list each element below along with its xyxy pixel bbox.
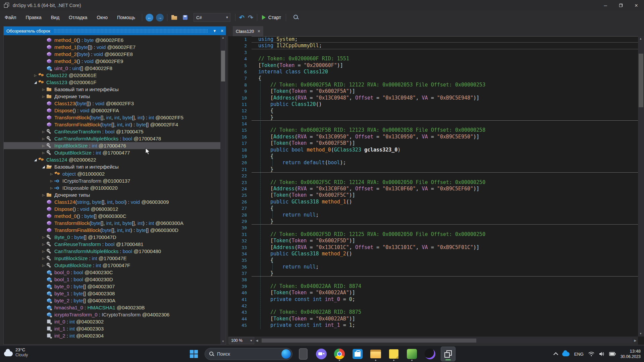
tree-item[interactable]: int_1 : int @04002303 bbox=[4, 325, 220, 332]
tree-item[interactable]: int_2 : int @04002304 bbox=[4, 332, 220, 339]
code-line[interactable]: 20return default(bool); bbox=[228, 160, 638, 166]
search-icon[interactable] bbox=[293, 14, 300, 21]
expander-collapsed-icon[interactable]: ▷ bbox=[33, 74, 38, 77]
tree-item[interactable]: byte_1 : byte[] @04002308 bbox=[4, 290, 220, 297]
tree-item[interactable]: uint_0 : uint[] @040022F8 bbox=[4, 65, 220, 72]
code-line[interactable]: 21} bbox=[228, 166, 638, 173]
code-line[interactable]: 26public GClass318 method_1() bbox=[228, 199, 638, 205]
widgets-taskbar-icon[interactable] bbox=[296, 347, 311, 361]
scroll-up-icon[interactable]: ▲ bbox=[638, 36, 643, 42]
menu-debug[interactable]: Отладка bbox=[64, 11, 92, 24]
open-file-icon[interactable] bbox=[171, 14, 178, 20]
tree-item[interactable]: Dispose() : void @06003012 bbox=[4, 205, 220, 213]
code-line[interactable]: 24[Address(RVA = "0x13C0F60", Offset = "… bbox=[228, 186, 638, 192]
darkcircle-taskbar-icon[interactable] bbox=[423, 347, 437, 361]
code-line[interactable]: 35{ bbox=[228, 257, 638, 263]
zoom-combobox[interactable]: 100 % ▼ bbox=[229, 337, 254, 344]
tree-item[interactable]: ▷CanTransformMultipleBlocks : bool @1700… bbox=[4, 135, 220, 142]
tree-item[interactable]: ▷OutputBlockSize : int @1700047F bbox=[4, 262, 220, 269]
code-line[interactable]: 34public GClass318 method_2() bbox=[228, 251, 638, 257]
dnspy-taskbar-icon[interactable] bbox=[441, 347, 455, 361]
tab-close-icon[interactable]: ✕ bbox=[257, 29, 260, 34]
expander-collapsed-icon[interactable]: ▷ bbox=[41, 95, 46, 98]
expander-collapsed-icon[interactable]: ▷ bbox=[41, 130, 46, 133]
taskbar-weather-widget[interactable]: 23°C Cloudy bbox=[4, 347, 28, 358]
assembly-explorer-header[interactable]: Обозреватель сборок ▼ ✕ bbox=[4, 26, 226, 35]
code-line[interactable]: 42 bbox=[228, 303, 638, 309]
tree-item[interactable]: ◢Class124 @02000622 bbox=[4, 156, 220, 163]
tree-item[interactable]: ▷IDisposable @01000020 bbox=[4, 184, 220, 191]
restore-button[interactable] bbox=[613, 0, 629, 11]
menu-view[interactable]: Вид bbox=[46, 11, 64, 24]
volume-icon[interactable] bbox=[599, 352, 604, 356]
taskbar-search-box[interactable]: Поиск bbox=[205, 348, 292, 360]
tree-item[interactable]: ▷InputBlockSize : int @1700047E bbox=[4, 255, 220, 262]
language-combobox[interactable]: C# ▼ bbox=[194, 13, 230, 22]
expander-expanded-icon[interactable]: ◢ bbox=[41, 165, 46, 169]
tree-item[interactable]: TransformFinalBlock(byte[], int, int) : … bbox=[4, 121, 220, 128]
expander-collapsed-icon[interactable]: ▷ bbox=[41, 257, 46, 260]
minimize-button[interactable]: ─ bbox=[598, 0, 613, 11]
tree-item[interactable]: ▷Byte_0 : byte[] @1700047D bbox=[4, 234, 220, 241]
tree-item[interactable]: method_3() : void @06002FE9 bbox=[4, 58, 220, 65]
code-line[interactable]: 17[Token(Token = "0x6002F5B")] bbox=[228, 140, 638, 146]
tree-item[interactable]: ◢Базовый тип и интерфейсы bbox=[4, 163, 220, 170]
wifi-icon[interactable] bbox=[588, 352, 594, 356]
code-line[interactable]: 11public Class120() bbox=[228, 101, 638, 108]
tree-item[interactable]: method_1(byte[]) : void @06002FE7 bbox=[4, 44, 220, 51]
code-line[interactable]: 28return null; bbox=[228, 212, 638, 218]
tree-item[interactable]: ▷Базовый тип и интерфейсы bbox=[4, 86, 220, 93]
scroll-left-icon[interactable]: ◀ bbox=[254, 339, 260, 342]
notes-taskbar-icon[interactable] bbox=[386, 347, 401, 361]
code-line[interactable]: 3 bbox=[228, 49, 638, 56]
code-line[interactable]: 5[Token(Token = "0x200060F")] bbox=[228, 62, 638, 69]
redo-icon[interactable]: ↷ bbox=[248, 14, 253, 21]
scroll-down-icon[interactable]: ▼ bbox=[220, 339, 226, 344]
scrollbar-thumb[interactable] bbox=[639, 54, 643, 107]
tree-item[interactable]: icryptoTransform_0 : ICryptoTransform @0… bbox=[4, 311, 220, 318]
navigate-forward-icon[interactable]: → bbox=[156, 14, 164, 21]
code-line[interactable]: 22 bbox=[228, 173, 638, 179]
menu-file[interactable]: Файл bbox=[0, 11, 21, 24]
battery-icon[interactable] bbox=[609, 352, 616, 356]
tree-vertical-scrollbar[interactable]: ▲ ▼ bbox=[220, 35, 226, 344]
code-line[interactable]: 27{ bbox=[228, 205, 638, 212]
code-line[interactable]: 2using Il2CppDummyDll; bbox=[228, 43, 638, 49]
code-line[interactable]: 33[Address(RVA = "0x13C101C", Offset = "… bbox=[228, 244, 638, 251]
start-button[interactable] bbox=[186, 347, 201, 361]
tree-item[interactable]: ▷CanReuseTransform : bool @17000481 bbox=[4, 241, 220, 248]
expander-collapsed-icon[interactable]: ▷ bbox=[41, 243, 46, 246]
code-line[interactable]: 15// Token: 0x06002F5B RID: 12123 RVA: 0… bbox=[228, 127, 638, 133]
expander-collapsed-icon[interactable]: ▷ bbox=[49, 172, 54, 176]
expander-collapsed-icon[interactable]: ▷ bbox=[41, 137, 46, 140]
code-line[interactable]: 16[Address(RVA = "0x13C0950", Offset = "… bbox=[228, 134, 638, 140]
expander-collapsed-icon[interactable]: ▷ bbox=[49, 186, 54, 190]
code-line[interactable]: 38 bbox=[228, 277, 638, 283]
menu-help[interactable]: Помощь bbox=[112, 11, 140, 24]
tree-item[interactable]: ▷CanReuseTransform : bool @17000475 bbox=[4, 128, 220, 135]
code-line[interactable]: 4// Token: 0x0200060F RID: 1551 bbox=[228, 56, 638, 62]
keyboard-language-indicator[interactable]: ENG bbox=[574, 352, 584, 357]
tree-item[interactable]: ▷ICryptoTransform @01000137 bbox=[4, 177, 220, 184]
expander-collapsed-icon[interactable]: ▷ bbox=[41, 250, 46, 253]
expander-collapsed-icon[interactable]: ▷ bbox=[41, 144, 46, 147]
tree-item[interactable]: Dispose() : void @06002FFA bbox=[4, 107, 220, 114]
tree-item[interactable]: Class123(byte[]) : void @06002FF3 bbox=[4, 100, 220, 107]
panel-menu-chevron-icon[interactable]: ▼ bbox=[211, 29, 218, 33]
expander-collapsed-icon[interactable]: ▷ bbox=[41, 236, 46, 239]
explorer-taskbar-icon[interactable] bbox=[368, 347, 383, 361]
photos-taskbar-icon[interactable] bbox=[405, 347, 419, 361]
code-line[interactable]: 32[Token(Token = "0x6002F5D")] bbox=[228, 238, 638, 244]
code-line[interactable]: 8// Token: 0x06002F5A RID: 12122 RVA: 0x… bbox=[228, 82, 638, 88]
expander-collapsed-icon[interactable]: ▷ bbox=[41, 193, 46, 197]
chat-taskbar-icon[interactable] bbox=[314, 347, 329, 361]
code-line[interactable]: 18public bool method_0(GClass323 gclass3… bbox=[228, 147, 638, 153]
code-line[interactable]: 1using System; bbox=[228, 36, 638, 43]
tray-chevron-up-icon[interactable] bbox=[553, 352, 558, 357]
store-taskbar-icon[interactable] bbox=[350, 347, 365, 361]
tree-item[interactable]: int_0 : int @04002302 bbox=[4, 318, 220, 325]
undo-icon[interactable]: ↶ bbox=[239, 14, 245, 21]
tree-item[interactable]: method_0() : byte[] @0600300C bbox=[4, 213, 220, 220]
tree-item[interactable]: TransformBlock(byte[], int, int, byte[],… bbox=[4, 114, 220, 121]
tree-item[interactable]: ▷InputBlockSize : int @17000476 bbox=[4, 142, 220, 149]
